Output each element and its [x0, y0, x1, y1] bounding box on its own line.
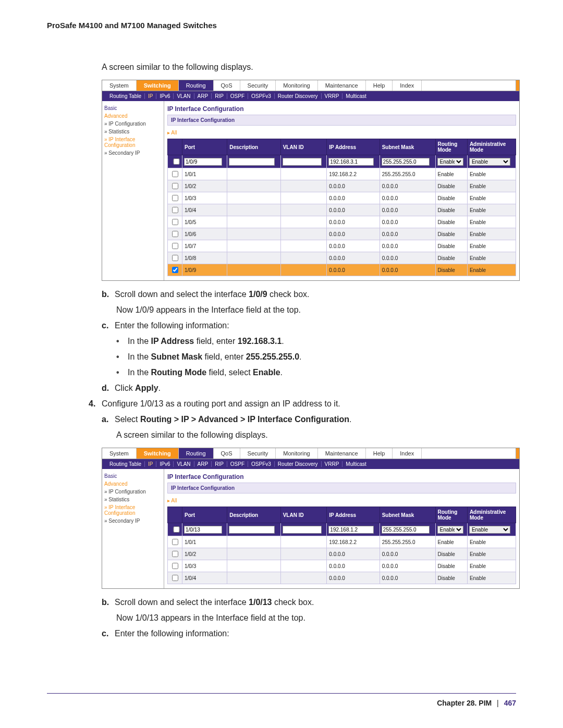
row-checkbox[interactable] [172, 255, 178, 261]
tab-system[interactable]: System [102, 80, 137, 91]
select-all-checkbox[interactable] [172, 526, 181, 533]
row-checkbox[interactable] [172, 231, 178, 237]
sidebar-item[interactable]: » IP Interface Configuration [104, 503, 162, 517]
editor-ip-input[interactable] [328, 158, 374, 166]
tab-system[interactable]: System [102, 448, 137, 459]
tab-help[interactable]: Help [366, 80, 393, 91]
sidebar-item[interactable]: Basic [104, 472, 162, 480]
subnav-arp[interactable]: ARP [194, 461, 212, 467]
window-edge [516, 448, 519, 459]
cell-ip: 0.0.0.0 [327, 228, 380, 240]
subnav-ospf[interactable]: OSPF [227, 461, 248, 467]
tab-security[interactable]: Security [240, 80, 276, 91]
step-d: d. Click Apply. [47, 382, 516, 394]
col-header: Description [227, 139, 280, 155]
tab-index[interactable]: Index [393, 80, 422, 91]
table-row: 1/0/20.0.0.00.0.0.0DisableEnable [168, 180, 516, 192]
editor-port-input[interactable] [184, 158, 222, 166]
editor-ip-input[interactable] [328, 526, 374, 534]
cell-port: 1/0/3 [182, 192, 227, 204]
sidebar-item[interactable]: » Statistics [104, 128, 162, 135]
subnav-ospfv3[interactable]: OSPFv3 [248, 461, 274, 467]
sidebar-item[interactable]: » Secondary IP [104, 517, 162, 525]
cell-vlan [280, 192, 327, 204]
subnav-routing-table[interactable]: Routing Table [106, 93, 144, 99]
col-header: VLAN ID [280, 507, 327, 523]
cell-desc [227, 536, 280, 548]
sidebar-item[interactable]: » Statistics [104, 496, 162, 503]
sidebar-item[interactable]: » IP Configuration [104, 488, 162, 496]
tab-qos[interactable]: QoS [214, 80, 240, 91]
subnav-rip[interactable]: RIP [211, 461, 227, 467]
subnav-vrrp[interactable]: VRRP [321, 93, 342, 99]
sidebar-item[interactable]: Advanced [104, 112, 162, 120]
interface-table: PortDescriptionVLAN IDIP AddressSubnet M… [167, 139, 516, 276]
row-checkbox[interactable] [172, 195, 178, 201]
subnav-multicast[interactable]: Multicast [342, 461, 369, 467]
tab-qos[interactable]: QoS [214, 448, 240, 459]
subnav-multicast[interactable]: Multicast [342, 93, 369, 99]
subnav-arp[interactable]: ARP [194, 93, 212, 99]
editor-mask-input[interactable] [382, 526, 430, 534]
sidebar-item[interactable]: » IP Configuration [104, 120, 162, 128]
tab-switching[interactable]: Switching [137, 80, 179, 91]
editor-input[interactable] [229, 158, 275, 166]
row-checkbox[interactable] [172, 563, 178, 569]
row-checkbox[interactable] [172, 539, 178, 545]
tab-monitoring[interactable]: Monitoring [276, 448, 317, 459]
all-link[interactable]: All [167, 128, 516, 139]
editor-mask-input[interactable] [382, 158, 430, 166]
subnav-ospfv3[interactable]: OSPFv3 [248, 93, 274, 99]
subnav-ip[interactable]: IP [144, 93, 156, 99]
subnav-ospf[interactable]: OSPF [227, 93, 248, 99]
subnav-router-discovery[interactable]: Router Discovery [274, 93, 321, 99]
subnav-ipv6[interactable]: IPv6 [156, 93, 173, 99]
cell-desc [227, 252, 280, 264]
sidebar-item[interactable]: Advanced [104, 480, 162, 488]
row-checkbox[interactable] [172, 171, 178, 177]
sidebar-item[interactable]: » Secondary IP [104, 149, 162, 157]
tab-index[interactable]: Index [393, 448, 422, 459]
row-checkbox[interactable] [172, 267, 178, 273]
tab-routing[interactable]: Routing [179, 448, 214, 459]
row-checkbox[interactable] [172, 243, 178, 249]
editor-rmode-select[interactable]: Enable [437, 158, 463, 166]
subnav-rip[interactable]: RIP [211, 93, 227, 99]
tab-maintenance[interactable]: Maintenance [318, 448, 366, 459]
tab-routing[interactable]: Routing [179, 80, 214, 91]
sidebar-item[interactable]: Basic [104, 104, 162, 112]
subnav-router-discovery[interactable]: Router Discovery [274, 461, 321, 467]
editor-input[interactable] [229, 526, 275, 534]
cell-rmode: Disable [435, 572, 467, 584]
row-checkbox[interactable] [172, 575, 178, 581]
row-checkbox[interactable] [172, 183, 178, 189]
tab-monitoring[interactable]: Monitoring [276, 80, 317, 91]
sidebar-item[interactable]: » IP Interface Configuration [104, 135, 162, 149]
editor-amode-select[interactable]: Enable [469, 526, 510, 534]
all-link[interactable]: All [167, 496, 516, 507]
row-checkbox[interactable] [172, 219, 178, 225]
subnav-ip[interactable]: IP [144, 461, 156, 467]
subnav-vlan[interactable]: VLAN [173, 461, 193, 467]
cell-amode: Enable [467, 252, 516, 264]
tab-help[interactable]: Help [366, 448, 393, 459]
row-checkbox[interactable] [172, 551, 178, 557]
subnav-vlan[interactable]: VLAN [173, 93, 193, 99]
editor-port-input[interactable] [184, 526, 222, 534]
cell-ip: 0.0.0.0 [327, 240, 380, 252]
subnav-ipv6[interactable]: IPv6 [156, 461, 173, 467]
tab-maintenance[interactable]: Maintenance [318, 80, 366, 91]
tab-security[interactable]: Security [240, 448, 276, 459]
row-checkbox[interactable] [172, 207, 178, 213]
editor-input[interactable] [283, 526, 322, 534]
editor-input[interactable] [283, 158, 322, 166]
editor-amode-select[interactable]: Enable [469, 158, 510, 166]
subnav-routing-table[interactable]: Routing Table [106, 461, 144, 467]
select-all-checkbox[interactable] [172, 158, 181, 165]
section-bar: IP Interface Configuration [167, 115, 516, 126]
editor-rmode-select[interactable]: Enable [437, 526, 463, 534]
tab-switching[interactable]: Switching [137, 448, 179, 459]
cell-amode: Enable [467, 536, 516, 548]
subnav-vrrp[interactable]: VRRP [321, 461, 342, 467]
cell-desc [227, 204, 280, 216]
